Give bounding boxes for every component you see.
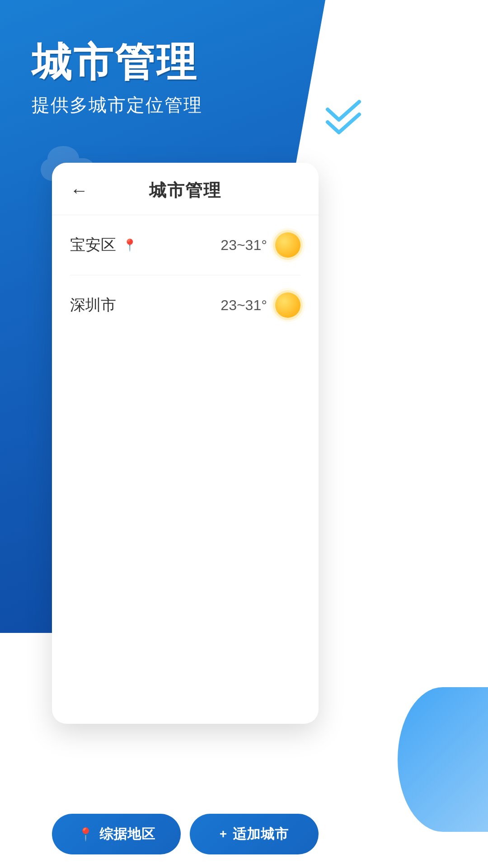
card-empty-area — [52, 335, 319, 724]
bottom-buttons-area: 📍 综据地区 + 适加城市 — [52, 814, 319, 854]
card-title: 城市管理 — [149, 179, 221, 202]
temp-shenzhen: 23~31° — [221, 297, 267, 314]
page-main-title: 城市管理 — [32, 41, 202, 85]
double-check-icon — [325, 99, 371, 136]
weather-sunny-icon-shenzhen — [275, 292, 300, 318]
locate-button[interactable]: 📍 综据地区 — [52, 814, 181, 854]
city-left-baoan: 宝安区 📍 — [70, 235, 137, 255]
page-sub-title: 提供多城市定位管理 — [32, 93, 202, 118]
city-name-shenzhen: 深圳市 — [70, 295, 116, 316]
add-city-button[interactable]: + 适加城市 — [190, 814, 319, 854]
locate-icon: 📍 — [78, 827, 94, 842]
city-right-baoan: 23~31° — [221, 232, 300, 258]
city-item-baoan[interactable]: 宝安区 📍 23~31° — [70, 215, 300, 275]
city-management-card: ← 城市管理 宝安区 📍 23~31° 深圳市 23~31° — [52, 163, 319, 724]
back-button[interactable]: ← — [70, 180, 88, 201]
add-label: 适加城市 — [233, 825, 289, 844]
card-header: ← 城市管理 — [52, 163, 319, 215]
header-area: 城市管理 提供多城市定位管理 — [32, 41, 202, 118]
locate-label: 综据地区 — [99, 825, 155, 844]
city-left-shenzhen: 深圳市 — [70, 295, 116, 316]
city-list: 宝安区 📍 23~31° 深圳市 23~31° — [52, 215, 319, 335]
city-name-baoan: 宝安区 — [70, 235, 116, 255]
add-icon: + — [220, 827, 227, 841]
weather-sunny-icon-baoan — [275, 232, 300, 258]
city-item-shenzhen[interactable]: 深圳市 23~31° — [70, 275, 300, 335]
temp-baoan: 23~31° — [221, 237, 267, 254]
city-right-shenzhen: 23~31° — [221, 292, 300, 318]
bg-blue-side-shape — [398, 687, 488, 832]
location-pin-icon-baoan: 📍 — [122, 238, 137, 252]
